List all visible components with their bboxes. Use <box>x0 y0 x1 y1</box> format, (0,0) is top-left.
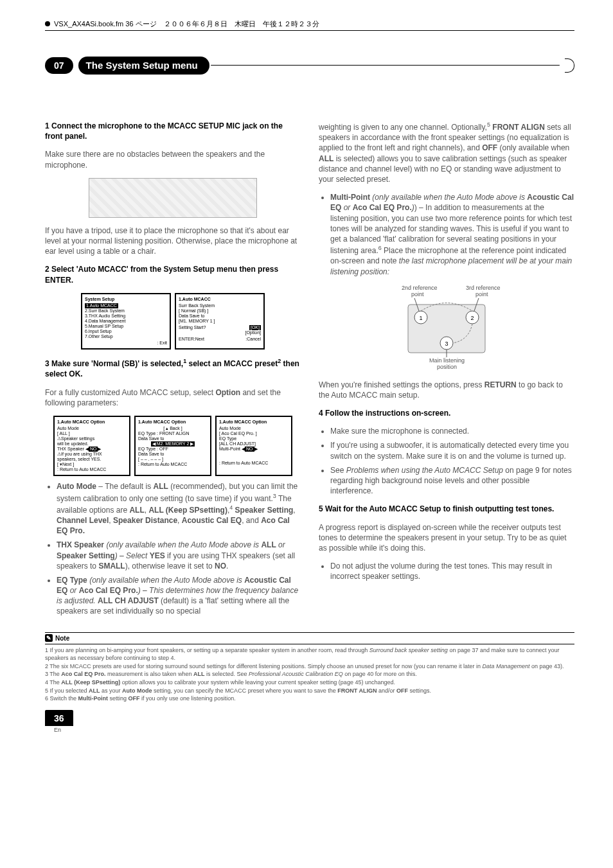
left-column: 1 Connect the microphone to the MCACC SE… <box>45 113 301 621</box>
footnote-6: 6 Switch the Multi-Point setting OFF if … <box>45 695 574 703</box>
text: or <box>341 203 352 212</box>
osd-row-1: System Setup 1.Auto MCACC 2.Surr Back Sy… <box>45 293 301 350</box>
text: ) – Select <box>115 551 150 560</box>
osd-line: ⚠If you are using THX <box>57 452 127 457</box>
text: Speaker Setting <box>57 551 115 560</box>
svg-text:2: 2 <box>470 315 474 321</box>
osd-line: Auto Mode <box>57 426 127 431</box>
list-item: See Problems when using the Auto MCACC S… <box>330 465 574 497</box>
svg-text:3rd reference: 3rd reference <box>466 285 501 291</box>
opt-chlevel: Channel Level <box>57 516 109 525</box>
svg-text:point: point <box>411 291 424 297</box>
osd-exit: : Exit <box>85 341 167 346</box>
list-item: Make sure the microphone is connected. <box>330 426 574 436</box>
step5-list: Do not adjust the volume during the test… <box>319 561 574 581</box>
osd-system-setup: System Setup 1.Auto MCACC 2.Surr Back Sy… <box>81 293 171 350</box>
label-multipoint: Multi-Point <box>330 193 370 202</box>
text: is selected) allows you to save calibrat… <box>319 154 567 184</box>
text: NO <box>215 562 226 571</box>
osd-line: Setting Start? <box>179 325 206 330</box>
chapter-number: 07 <box>45 57 73 75</box>
osd-line: Auto Mode <box>219 426 289 431</box>
text: SMALL <box>98 562 125 571</box>
note-bar: ✎ Note <box>45 632 574 645</box>
eq-continuation: weighting is given to any one channel. O… <box>319 121 574 184</box>
front-panel-illustration <box>89 178 257 218</box>
osd-line: will be updated. <box>57 441 127 447</box>
text: . <box>226 562 228 571</box>
osd-line: Surr Back System <box>179 303 261 308</box>
osd-ok: [OK] <box>249 325 261 330</box>
footnote-2: 2 The six MCACC presets are used for sto… <box>45 663 574 671</box>
opt-spdist: Speaker Distance <box>113 516 177 525</box>
svg-text:Main listening: Main listening <box>429 357 465 364</box>
page-container: VSX_AX4ASi.book.fm 36 ページ ２００６年６月８日 木曜日 … <box>0 0 613 747</box>
osd-title: 1.Auto MCACC <box>179 297 261 302</box>
step1-heading: 1 Connect the microphone to the MCACC SE… <box>45 121 301 141</box>
osd-line: speakers, select YES. <box>57 457 127 462</box>
osd-line: [ ▾Next ] <box>57 462 127 467</box>
osd-item: 5.Manual SP Setup <box>85 324 167 329</box>
label-thx: THX Speaker <box>57 540 104 549</box>
osd-return: : Return to Auto MCACC <box>138 462 208 467</box>
footnote-4: 4 The ALL (Keep SPsetting) option allows… <box>45 679 574 687</box>
text: (only available when <box>497 143 569 152</box>
osd-line: THX Speaker ◀NO▶ <box>57 447 127 452</box>
text: – The default is <box>96 482 154 491</box>
bullet-eq: EQ Type (only available when the Auto Mo… <box>57 575 301 617</box>
osd-line: EQ Type : FRONT ALIGN <box>138 431 208 436</box>
svg-text:point: point <box>475 291 488 297</box>
osd-title: 1.Auto MCACC Option <box>219 420 289 425</box>
list-item: Do not adjust the volume during the test… <box>330 561 574 581</box>
ref-problems: Problems when using the Auto MCACC Setup <box>346 466 503 475</box>
text: or <box>67 586 78 595</box>
osd-cancel: :Cancel <box>245 337 261 342</box>
page-number: 36 <box>45 710 73 726</box>
osd-item: 4.Data Management <box>85 319 167 324</box>
osd-line: Data Save to <box>179 314 261 319</box>
text: (only available when the Auto Mode above… <box>104 540 261 549</box>
header-dot-icon <box>45 21 50 26</box>
osd-row-2: 1.Auto MCACC Option Auto Mode [ ALL ] ⚠S… <box>45 416 301 476</box>
step5-heading: 5 Wait for the Auto MCACC Setup to finis… <box>319 504 574 514</box>
opt-acal: Acoustic Cal EQ <box>182 516 242 525</box>
opt-speaker: Speaker Setting <box>235 506 294 515</box>
footnote-3: 3 The Aco Cal EQ Pro. measurement is als… <box>45 671 574 678</box>
text: weighting is given to any one channel. O… <box>319 123 487 132</box>
label-all: ALL <box>154 482 168 491</box>
step3-body: For a fully customized Auto MCACC setup,… <box>45 387 301 408</box>
step3-text-a: 3 Make sure 'Normal (SB)' is selected, <box>45 359 183 368</box>
osd-item: 3.THX Audio Setting <box>85 314 167 319</box>
page-lang: En <box>54 726 574 734</box>
body-columns: 1 Connect the microphone to the MCACC SE… <box>45 113 574 621</box>
book-header-text: VSX_AX4ASi.book.fm 36 ページ ２００６年６月８日 木曜日 … <box>54 19 319 29</box>
osd-line: EQ Type : OFF <box>138 447 208 452</box>
text: (only available when the Auto Mode above… <box>87 576 244 585</box>
osd-line: EQ Type <box>219 436 289 441</box>
osd-line: Multi-Point ◀NO▶ <box>219 447 289 452</box>
step3-heading: 3 Make sure 'Normal (SB)' is selected,1 … <box>45 357 301 379</box>
footnotes: 1 If you are planning on bi-amping your … <box>45 647 574 703</box>
chapter-heading: 07 The System Setup menu <box>45 57 574 75</box>
osd-line: ⚠Speaker settings <box>57 436 127 441</box>
osd-title: 1.Auto MCACC Option <box>138 420 208 425</box>
chapter-rule <box>211 65 560 66</box>
option-bullets: Auto Mode – The default is ALL (recommen… <box>45 481 301 616</box>
footnote-5: 5 If you selected ALL as your Auto Mode … <box>45 687 574 695</box>
footnote-1: 1 If you are planning on bi-amping your … <box>45 647 574 662</box>
osd-item: 7.Other Setup <box>85 334 167 339</box>
osd-option-1: 1.Auto MCACC Option Auto Mode [ ALL ] ⚠S… <box>53 416 130 476</box>
osd-line: [ALL CH ADJUST] <box>219 441 289 447</box>
text: ), otherwise leave it set to <box>125 562 215 571</box>
listening-position-diagram: 1 2 3 2nd reference point 3rd reference … <box>373 282 520 372</box>
step3-body-a: For a fully customized Auto MCACC setup,… <box>45 388 215 397</box>
osd-item: 2.Surr Back System <box>85 308 167 314</box>
osd-line: [ Aco Cal EQ Pro. ] <box>219 431 289 436</box>
list-item: If you're using a subwoofer, it is autom… <box>330 440 574 461</box>
text: When you're finished settings the option… <box>319 380 484 389</box>
chapter-title: The System Setup menu <box>78 57 209 75</box>
osd-enter: ENTER:Next <box>179 337 204 342</box>
bullet-multipoint: Multi-Point (only available when the Aut… <box>330 192 574 277</box>
osd-auto-mcacc: 1.Auto MCACC Surr Back System [ Normal (… <box>175 293 265 350</box>
label-all: ALL <box>319 154 333 163</box>
